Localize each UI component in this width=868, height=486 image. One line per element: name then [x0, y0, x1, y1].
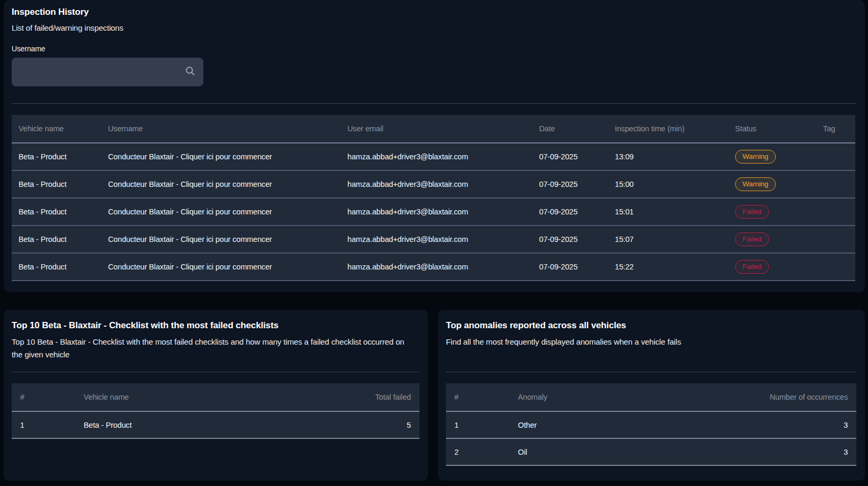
panel-subtitle: Top 10 Beta - Blaxtair - Checklist with …	[12, 336, 406, 361]
cell-date: 07-09-2025	[532, 253, 608, 281]
failed-checklists-table: # Vehicle name Total failed 1 Beta - Pro…	[12, 383, 419, 439]
cell-tag	[795, 143, 855, 170]
anomalies-table: # Anomaly Number of occurrences 1 Other …	[446, 383, 856, 466]
cell-tag	[795, 198, 855, 226]
table-row: 2 Oil 3	[446, 438, 856, 465]
panel-title: Inspection History	[12, 0, 856, 17]
cell-rank: 1	[12, 411, 75, 438]
cell-user-email: hamza.abbad+driver3@blaxtair.com	[341, 253, 532, 281]
status-badge: Warning	[735, 150, 776, 164]
column-header-occurrences[interactable]: Number of occurrences	[683, 383, 857, 411]
cell-username: Conducteur Blaxtair - Cliquer ici pour c…	[101, 253, 341, 281]
filter-table-divider	[12, 103, 856, 104]
cell-vehicle-name: Beta - Product	[12, 226, 101, 253]
column-header-rank[interactable]: #	[446, 383, 509, 411]
username-filter-label: Username	[12, 44, 856, 53]
table-header-row: # Anomaly Number of occurrences	[446, 383, 856, 411]
cell-inspection-time: 15:00	[608, 170, 728, 198]
panel-title: Top anomalies reported across all vehicl…	[446, 320, 856, 331]
table-row: Beta - Product Conducteur Blaxtair - Cli…	[12, 253, 855, 281]
cell-inspection-time: 15:22	[608, 253, 728, 281]
cell-vehicle-name: Beta - Product	[12, 143, 101, 170]
table-row: Beta - Product Conducteur Blaxtair - Cli…	[12, 143, 855, 170]
inspections-table: Vehicle name Username User email Date In…	[12, 115, 855, 281]
username-search-field[interactable]	[12, 58, 203, 86]
cell-rank: 2	[446, 438, 509, 465]
cell-username: Conducteur Blaxtair - Cliquer ici pour c…	[101, 170, 341, 198]
cell-username: Conducteur Blaxtair - Cliquer ici pour c…	[101, 143, 341, 170]
table-row: Beta - Product Conducteur Blaxtair - Cli…	[12, 198, 855, 226]
cell-vehicle-name: Beta - Product	[12, 253, 101, 281]
cell-username: Conducteur Blaxtair - Cliquer ici pour c…	[101, 226, 341, 253]
cell-vehicle-name: Beta - Product	[12, 170, 101, 198]
column-header-total-failed[interactable]: Total failed	[247, 383, 419, 411]
cell-date: 07-09-2025	[532, 198, 608, 226]
cell-inspection-time: 15:01	[608, 198, 728, 226]
cell-date: 07-09-2025	[532, 226, 608, 253]
cell-name: Other	[509, 411, 683, 438]
panel-title: Top 10 Beta - Blaxtair - Checklist with …	[12, 320, 419, 331]
cell-date: 07-09-2025	[532, 170, 608, 198]
table-row: Beta - Product Conducteur Blaxtair - Cli…	[12, 170, 855, 198]
cell-rank: 1	[446, 411, 509, 438]
column-header-username[interactable]: Username	[101, 115, 341, 143]
column-header-vehicle-name[interactable]: Vehicle name	[12, 115, 101, 143]
status-badge: Warning	[735, 177, 776, 191]
cell-status: Failed	[728, 253, 795, 281]
cell-name: Beta - Product	[75, 411, 247, 438]
search-icon	[184, 65, 196, 79]
table-row: 1 Beta - Product 5	[12, 411, 419, 438]
cell-value: 3	[683, 411, 857, 438]
cell-name: Oil	[509, 438, 683, 465]
top-anomalies-panel: Top anomalies reported across all vehicl…	[438, 310, 865, 481]
column-header-date[interactable]: Date	[532, 115, 608, 143]
cell-inspection-time: 13:09	[608, 143, 728, 170]
status-badge: Failed	[735, 260, 769, 274]
column-header-anomaly[interactable]: Anomaly	[509, 383, 683, 411]
cell-value: 5	[247, 411, 419, 438]
cell-status: Failed	[728, 226, 795, 253]
table-row: Beta - Product Conducteur Blaxtair - Cli…	[12, 226, 855, 253]
column-header-rank[interactable]: #	[12, 383, 75, 411]
status-badge: Failed	[735, 232, 769, 246]
cell-status: Failed	[728, 198, 795, 226]
cell-tag	[795, 253, 855, 281]
cell-user-email: hamza.abbad+driver3@blaxtair.com	[341, 143, 532, 170]
cell-inspection-time: 15:07	[608, 226, 728, 253]
table-row: 1 Other 3	[446, 411, 856, 438]
cell-tag	[795, 170, 855, 198]
cell-user-email: hamza.abbad+driver3@blaxtair.com	[341, 198, 532, 226]
cell-vehicle-name: Beta - Product	[12, 198, 101, 226]
cell-status: Warning	[728, 170, 795, 198]
status-badge: Failed	[735, 205, 769, 219]
panel-divider	[12, 372, 419, 372]
column-header-vehicle-name[interactable]: Vehicle name	[75, 383, 247, 411]
cell-username: Conducteur Blaxtair - Cliquer ici pour c…	[101, 198, 341, 226]
cell-user-email: hamza.abbad+driver3@blaxtair.com	[341, 226, 532, 253]
panel-subtitle: Find all the most frequently displayed a…	[446, 336, 840, 348]
column-header-tag[interactable]: Tag	[795, 115, 855, 143]
column-header-status[interactable]: Status	[728, 115, 795, 143]
column-header-inspection-time[interactable]: Inspection time (min)	[608, 115, 728, 143]
table-header-row: # Vehicle name Total failed	[12, 383, 419, 411]
cell-user-email: hamza.abbad+driver3@blaxtair.com	[341, 170, 532, 198]
inspection-history-panel: Inspection History List of failed/warnin…	[4, 0, 865, 292]
panel-divider	[446, 372, 856, 372]
cell-tag	[795, 226, 855, 253]
cell-status: Warning	[728, 143, 795, 170]
username-search-input[interactable]	[18, 58, 184, 86]
column-header-user-email[interactable]: User email	[341, 115, 532, 143]
cell-date: 07-09-2025	[532, 143, 608, 170]
cell-value: 3	[683, 438, 857, 465]
table-header-row: Vehicle name Username User email Date In…	[12, 115, 855, 143]
panel-subtitle: List of failed/warning inspections	[12, 22, 856, 34]
top-failed-checklists-panel: Top 10 Beta - Blaxtair - Checklist with …	[4, 310, 428, 481]
